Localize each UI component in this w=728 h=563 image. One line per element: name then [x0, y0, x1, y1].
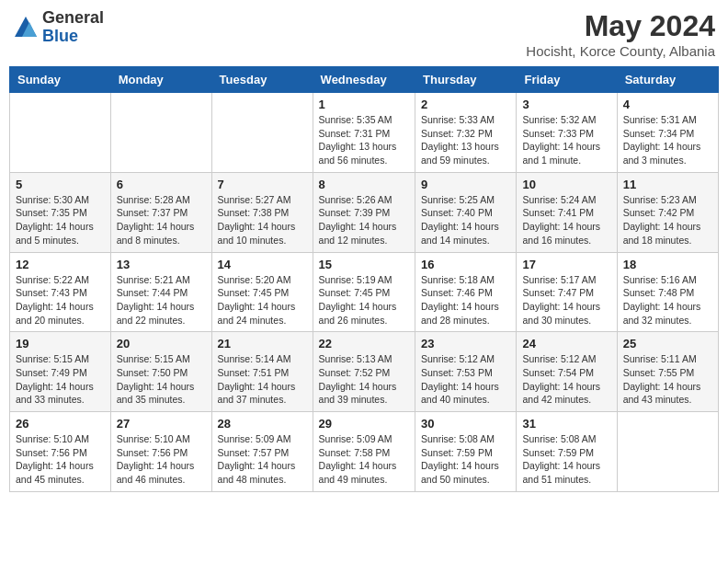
calendar-cell: 12Sunrise: 5:22 AMSunset: 7:43 PMDayligh… — [10, 252, 111, 332]
day-number: 16 — [421, 258, 510, 271]
month-title: May 2024 — [526, 9, 715, 43]
day-number: 18 — [623, 258, 712, 271]
day-info: Sunrise: 5:24 AMSunset: 7:41 PMDaylight:… — [522, 193, 610, 247]
calendar-cell: 1Sunrise: 5:35 AMSunset: 7:31 PMDaylight… — [313, 93, 415, 173]
day-info: Sunrise: 5:25 AMSunset: 7:40 PMDaylight:… — [421, 193, 510, 247]
calendar-cell: 26Sunrise: 5:10 AMSunset: 7:56 PMDayligh… — [10, 412, 111, 492]
calendar-cell: 14Sunrise: 5:20 AMSunset: 7:45 PMDayligh… — [211, 252, 313, 332]
day-info: Sunrise: 5:13 AMSunset: 7:52 PMDaylight:… — [319, 352, 409, 407]
calendar-cell — [617, 412, 718, 492]
day-number: 24 — [522, 337, 610, 350]
calendar-cell: 20Sunrise: 5:15 AMSunset: 7:50 PMDayligh… — [110, 332, 211, 412]
day-info: Sunrise: 5:27 AMSunset: 7:38 PMDaylight:… — [218, 193, 307, 247]
calendar-cell: 8Sunrise: 5:26 AMSunset: 7:39 PMDaylight… — [313, 172, 415, 252]
day-number: 8 — [319, 178, 409, 191]
day-number: 3 — [522, 98, 610, 111]
calendar-cell — [211, 93, 313, 173]
day-number: 11 — [623, 178, 712, 191]
calendar-cell: 27Sunrise: 5:10 AMSunset: 7:56 PMDayligh… — [110, 412, 211, 492]
day-info: Sunrise: 5:09 AMSunset: 7:58 PMDaylight:… — [319, 432, 409, 487]
day-of-week-header: Saturday — [617, 67, 718, 93]
day-info: Sunrise: 5:20 AMSunset: 7:45 PMDaylight:… — [218, 273, 307, 327]
day-info: Sunrise: 5:33 AMSunset: 7:32 PMDaylight:… — [421, 113, 510, 167]
day-of-week-header: Monday — [110, 67, 211, 93]
day-info: Sunrise: 5:09 AMSunset: 7:57 PMDaylight:… — [218, 432, 307, 487]
day-number: 13 — [117, 258, 206, 271]
day-number: 31 — [522, 417, 610, 431]
logo-icon — [13, 15, 39, 40]
day-info: Sunrise: 5:15 AMSunset: 7:49 PMDaylight:… — [16, 352, 105, 407]
day-number: 14 — [218, 258, 307, 271]
day-info: Sunrise: 5:14 AMSunset: 7:51 PMDaylight:… — [218, 352, 307, 407]
calendar-cell: 21Sunrise: 5:14 AMSunset: 7:51 PMDayligh… — [211, 332, 313, 412]
day-number: 19 — [16, 337, 105, 350]
day-of-week-header: Sunday — [10, 67, 111, 93]
logo-general-text: General — [42, 9, 104, 28]
day-number: 21 — [218, 337, 307, 350]
calendar-cell — [110, 93, 211, 173]
day-info: Sunrise: 5:32 AMSunset: 7:33 PMDaylight:… — [522, 113, 610, 167]
day-info: Sunrise: 5:15 AMSunset: 7:50 PMDaylight:… — [117, 352, 206, 407]
day-info: Sunrise: 5:22 AMSunset: 7:43 PMDaylight:… — [16, 273, 105, 327]
day-number: 9 — [421, 178, 510, 191]
day-number: 30 — [421, 417, 510, 431]
calendar-cell: 28Sunrise: 5:09 AMSunset: 7:57 PMDayligh… — [211, 412, 313, 492]
day-info: Sunrise: 5:12 AMSunset: 7:53 PMDaylight:… — [421, 352, 510, 407]
location-title: Hocisht, Korce County, Albania — [526, 43, 715, 59]
day-of-week-header: Wednesday — [313, 67, 415, 93]
day-number: 28 — [218, 417, 307, 431]
calendar-cell: 6Sunrise: 5:28 AMSunset: 7:37 PMDaylight… — [110, 172, 211, 252]
day-number: 17 — [522, 258, 610, 271]
day-number: 27 — [117, 417, 206, 431]
calendar-week-row: 5Sunrise: 5:30 AMSunset: 7:35 PMDaylight… — [10, 172, 719, 252]
day-info: Sunrise: 5:12 AMSunset: 7:54 PMDaylight:… — [522, 352, 610, 407]
day-number: 15 — [319, 258, 409, 271]
calendar-cell: 22Sunrise: 5:13 AMSunset: 7:52 PMDayligh… — [313, 332, 415, 412]
day-number: 29 — [319, 417, 409, 431]
day-info: Sunrise: 5:31 AMSunset: 7:34 PMDaylight:… — [623, 113, 712, 167]
calendar-cell: 25Sunrise: 5:11 AMSunset: 7:55 PMDayligh… — [617, 332, 718, 412]
day-info: Sunrise: 5:18 AMSunset: 7:46 PMDaylight:… — [421, 273, 510, 327]
day-info: Sunrise: 5:26 AMSunset: 7:39 PMDaylight:… — [319, 193, 409, 247]
day-number: 10 — [522, 178, 610, 191]
calendar-cell: 11Sunrise: 5:23 AMSunset: 7:42 PMDayligh… — [617, 172, 718, 252]
day-number: 5 — [16, 178, 105, 191]
title-block: May 2024 Hocisht, Korce County, Albania — [526, 9, 715, 59]
calendar-cell: 4Sunrise: 5:31 AMSunset: 7:34 PMDaylight… — [617, 93, 718, 173]
day-info: Sunrise: 5:23 AMSunset: 7:42 PMDaylight:… — [623, 193, 712, 247]
calendar-cell: 30Sunrise: 5:08 AMSunset: 7:59 PMDayligh… — [415, 412, 517, 492]
day-info: Sunrise: 5:19 AMSunset: 7:45 PMDaylight:… — [319, 273, 409, 327]
day-info: Sunrise: 5:30 AMSunset: 7:35 PMDaylight:… — [16, 193, 105, 247]
day-number: 1 — [319, 98, 409, 111]
calendar-cell: 7Sunrise: 5:27 AMSunset: 7:38 PMDaylight… — [211, 172, 313, 252]
day-number: 23 — [421, 337, 510, 350]
calendar-week-row: 26Sunrise: 5:10 AMSunset: 7:56 PMDayligh… — [10, 412, 719, 492]
logo-blue-text: Blue — [42, 28, 104, 46]
calendar-cell: 19Sunrise: 5:15 AMSunset: 7:49 PMDayligh… — [10, 332, 111, 412]
calendar-cell: 29Sunrise: 5:09 AMSunset: 7:58 PMDayligh… — [313, 412, 415, 492]
day-info: Sunrise: 5:21 AMSunset: 7:44 PMDaylight:… — [117, 273, 206, 327]
page-header: General Blue May 2024 Hocisht, Korce Cou… — [9, 9, 719, 59]
day-info: Sunrise: 5:08 AMSunset: 7:59 PMDaylight:… — [421, 432, 510, 487]
day-number: 25 — [623, 337, 712, 350]
calendar-cell: 16Sunrise: 5:18 AMSunset: 7:46 PMDayligh… — [415, 252, 517, 332]
day-info: Sunrise: 5:08 AMSunset: 7:59 PMDaylight:… — [522, 432, 610, 487]
day-number: 26 — [16, 417, 105, 431]
calendar-cell: 2Sunrise: 5:33 AMSunset: 7:32 PMDaylight… — [415, 93, 517, 173]
calendar-week-row: 12Sunrise: 5:22 AMSunset: 7:43 PMDayligh… — [10, 252, 719, 332]
calendar-cell: 23Sunrise: 5:12 AMSunset: 7:53 PMDayligh… — [415, 332, 517, 412]
day-info: Sunrise: 5:35 AMSunset: 7:31 PMDaylight:… — [319, 113, 409, 167]
calendar-cell: 24Sunrise: 5:12 AMSunset: 7:54 PMDayligh… — [517, 332, 617, 412]
calendar-week-row: 19Sunrise: 5:15 AMSunset: 7:49 PMDayligh… — [10, 332, 719, 412]
calendar-cell: 3Sunrise: 5:32 AMSunset: 7:33 PMDaylight… — [517, 93, 617, 173]
day-of-week-header: Tuesday — [211, 67, 313, 93]
calendar-cell: 5Sunrise: 5:30 AMSunset: 7:35 PMDaylight… — [10, 172, 111, 252]
day-of-week-header: Thursday — [415, 67, 517, 93]
day-number: 4 — [623, 98, 712, 111]
day-number: 2 — [421, 98, 510, 111]
calendar-cell: 31Sunrise: 5:08 AMSunset: 7:59 PMDayligh… — [517, 412, 617, 492]
calendar-table: SundayMondayTuesdayWednesdayThursdayFrid… — [9, 66, 719, 492]
day-number: 7 — [218, 178, 307, 191]
day-info: Sunrise: 5:10 AMSunset: 7:56 PMDaylight:… — [117, 432, 206, 487]
day-number: 22 — [319, 337, 409, 350]
